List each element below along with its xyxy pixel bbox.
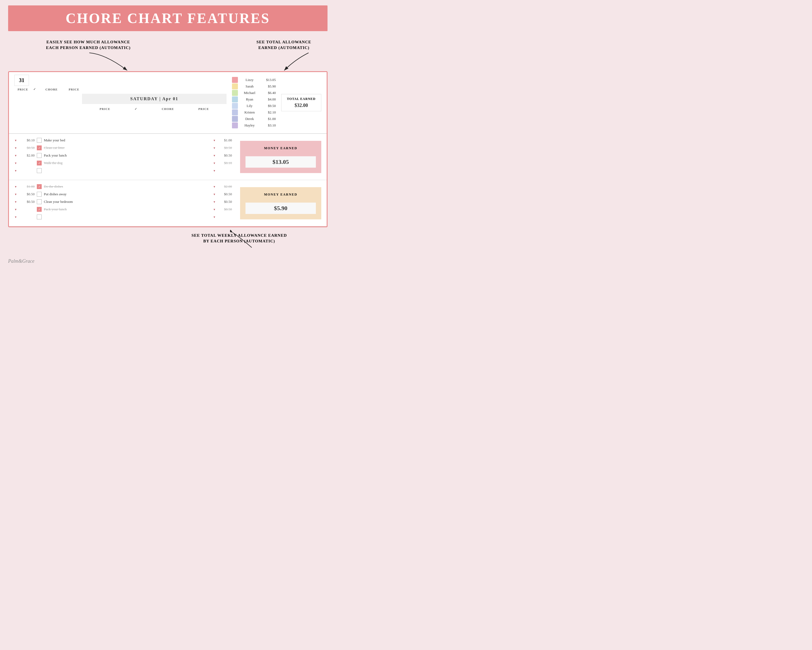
money-earned-value-0: $13.05: [248, 158, 314, 165]
annotation-left: EASILY SEE HOW MUCH ALLOWANCE EACH PERSO…: [46, 39, 130, 50]
money-earned-box-0: MONEY EARNED$13.05: [240, 141, 321, 173]
checkbox-1-1[interactable]: [37, 192, 42, 197]
day-number: 31: [14, 75, 29, 86]
money-earned-box-1: MONEY EARNED$5.90: [240, 187, 321, 219]
checkbox-1-4[interactable]: [37, 214, 42, 219]
chore-row-0-2: ▼$2.00Pack your lunch▼$0.50: [14, 153, 232, 158]
left-dropdown-0-2[interactable]: ▼: [14, 154, 18, 157]
left-dropdown-1-2[interactable]: ▼: [14, 200, 18, 203]
person-name-6: Derek: [240, 117, 259, 121]
page-wrapper: CHORE CHART FEATURES EASILY SEE HOW MUCH…: [0, 0, 336, 268]
chore-price-0-3: $0.10: [218, 161, 232, 165]
person-row-3: Ryan$4.00: [240, 96, 276, 102]
checkbox-1-3[interactable]: ✓: [37, 207, 42, 212]
right-dropdown-1-0[interactable]: ▼: [213, 185, 216, 188]
checkbox-0-0[interactable]: [37, 138, 42, 143]
chore-row-0-4: ▼▼: [14, 168, 232, 173]
left-dropdown-0-0[interactable]: ▼: [14, 139, 18, 142]
chore-row-0-1: ▼$0.50✓Clean cat litter▼$0.50: [14, 145, 232, 150]
person-amount-4: $9.50: [262, 104, 276, 108]
row-price-1-2: $0.50: [20, 200, 35, 204]
chore-price-0-2: $0.50: [218, 153, 232, 158]
left-dropdown-1-4[interactable]: ▼: [14, 216, 18, 219]
chore-row-1-0: ▼$1.00✓Do the dishes▼$2.00: [14, 184, 232, 189]
left-dropdown-0-4[interactable]: ▼: [14, 169, 18, 172]
chore-row-1-4: ▼▼: [14, 214, 232, 219]
annotation-area: EASILY SEE HOW MUCH ALLOWANCE EACH PERSO…: [8, 37, 328, 69]
person-name-3: Ryan: [240, 97, 259, 102]
row-price-0-0: $0.10: [20, 138, 35, 142]
checkbox-0-3[interactable]: ✓: [37, 161, 42, 165]
right-dropdown-1-2[interactable]: ▼: [213, 200, 216, 203]
color-bar-7: [232, 122, 238, 128]
person-name-0: Lizzy: [240, 78, 259, 82]
page-title: CHORE CHART FEATURES: [19, 10, 317, 26]
color-bar-2: [232, 90, 238, 96]
person-row-0: Lizzy$13.05: [240, 77, 276, 83]
person-amount-5: $2.10: [262, 110, 276, 115]
person-amount-6: $1.00: [262, 117, 276, 121]
chore-price-0-1: $0.50: [218, 146, 232, 150]
checkbox-0-4[interactable]: [37, 168, 42, 173]
checkbox-0-2[interactable]: [37, 153, 42, 158]
bottom-annotation: SEE TOTAL WEEKLY ALLOWANCE EARNED BY EAC…: [8, 230, 328, 252]
row-price-1-1: $0.50: [20, 192, 35, 196]
right-dropdown-0-2[interactable]: ▼: [213, 154, 216, 157]
right-dropdown-0-4[interactable]: ▼: [213, 169, 216, 172]
person-row-5: Kristen$2.10: [240, 109, 276, 115]
money-earned-label-0: MONEY EARNED: [264, 146, 297, 150]
chore-name-1-0: Do the dishes: [44, 184, 211, 189]
color-bar-0: [232, 77, 238, 83]
right-dropdown-1-1[interactable]: ▼: [213, 193, 216, 196]
chore-price-1-2: $0.50: [218, 200, 232, 204]
money-earned-sub-0: $13.05: [246, 156, 316, 168]
person-name-1: Sarah: [240, 84, 259, 89]
chore-area-0: ▼$0.10Make your bed▼$1.00▼$0.50✓Clean ca…: [9, 134, 235, 180]
color-bar-3: [232, 96, 238, 102]
chore-name-1-3: Pack your lunch: [44, 207, 211, 211]
left-dropdown-1-1[interactable]: ▼: [14, 193, 18, 196]
day-label: SATURDAY | Apr 01: [82, 94, 227, 104]
chore-name-0-2: Pack your lunch: [44, 153, 211, 158]
arrow-bottom-icon: [230, 230, 263, 249]
money-earned-value-1: $5.90: [248, 205, 314, 212]
header-banner: CHORE CHART FEATURES: [8, 5, 328, 31]
chore-name-0-1: Clean cat litter: [44, 146, 211, 150]
checkbox-1-0[interactable]: ✓: [37, 184, 42, 189]
left-dropdown-1-3[interactable]: ▼: [14, 208, 18, 211]
left-dropdown-0-3[interactable]: ▼: [14, 162, 18, 165]
left-dropdown-0-1[interactable]: ▼: [14, 147, 18, 150]
right-dropdown-1-4[interactable]: ▼: [213, 216, 216, 219]
col-check-label: ✓: [32, 87, 37, 91]
chore-name-1-2: Clean your bedroom: [44, 200, 211, 204]
chore-row-0-0: ▼$0.10Make your bed▼$1.00: [14, 138, 232, 143]
row-price-0-2: $2.00: [20, 153, 35, 158]
person-row-1: Sarah$5.90: [240, 83, 276, 89]
person-amount-1: $5.90: [262, 84, 276, 89]
color-bar-1: [232, 83, 238, 89]
total-earned-value: $32.00: [295, 102, 308, 109]
person-row-2: Michael$6.40: [240, 90, 276, 96]
checkbox-1-2[interactable]: [37, 199, 42, 204]
person-name-4: Lily: [240, 104, 259, 108]
person-amount-7: $3.10: [262, 123, 276, 128]
person-section-0: ▼$0.10Make your bed▼$1.00▼$0.50✓Clean ca…: [9, 134, 327, 180]
person-section-1: ▼$1.00✓Do the dishes▼$2.00▼$0.50Put dish…: [9, 180, 327, 226]
right-dropdown-0-3[interactable]: ▼: [213, 162, 216, 165]
chore-row-1-2: ▼$0.50Clean your bedroom▼$0.50: [14, 199, 232, 204]
right-dropdown-1-3[interactable]: ▼: [213, 208, 216, 211]
sub-price-label: PRICE: [99, 107, 110, 111]
color-bar-6: [232, 116, 238, 122]
col-chore-label: CHORE: [39, 88, 64, 91]
chore-price-1-3: $0.50: [218, 207, 232, 211]
left-dropdown-1-0[interactable]: ▼: [14, 185, 18, 188]
color-bar-5: [232, 109, 238, 115]
chore-price-1-1: $0.50: [218, 192, 232, 196]
right-dropdown-0-0[interactable]: ▼: [213, 139, 216, 142]
person-row-6: Derek$1.00: [240, 116, 276, 122]
right-dropdown-0-1[interactable]: ▼: [213, 147, 216, 150]
brand: Palm&Grace: [8, 258, 34, 264]
annotation-right: SEE TOTAL ALLOWANCE EARNED (AUTOMATIC): [256, 39, 311, 50]
col-chore-price-label: PRICE: [66, 88, 79, 91]
checkbox-0-1[interactable]: ✓: [37, 145, 42, 150]
